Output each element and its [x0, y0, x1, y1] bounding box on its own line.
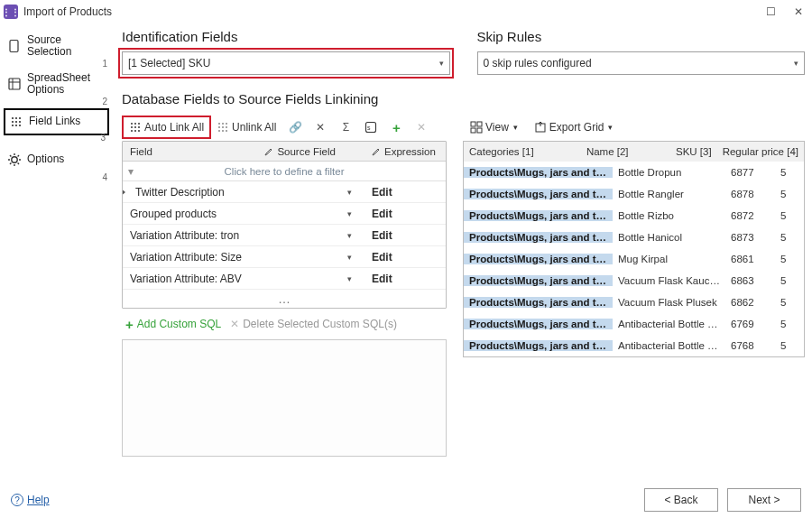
sidebar-item-field-links[interactable]: Field Links 3 — [4, 108, 109, 135]
source-field-cell[interactable]: ▾ — [260, 188, 364, 197]
svg-point-35 — [222, 126, 224, 128]
view-menu-button[interactable]: View▾ — [466, 119, 521, 135]
unlink-all-button[interactable]: Unlink All — [213, 119, 280, 135]
name-cell: Mug Kirpal — [613, 254, 725, 264]
field-row[interactable]: Variation Attribute: Size▾Edit — [123, 246, 446, 268]
field-row[interactable]: Twitter Description▾Edit — [123, 181, 446, 203]
sidebar-item-spreadsheet-options[interactable]: SpreadSheet Options 2 — [4, 70, 109, 97]
price-cell: 5 — [775, 167, 804, 178]
export-grid-button[interactable]: Export Grid▾ — [531, 119, 617, 135]
identification-fields-dropdown[interactable]: [1 Selected] SKU ▾ — [122, 51, 450, 75]
categories-cell: Products\Mugs, jars and thermos — [464, 232, 613, 243]
export-icon — [534, 121, 547, 134]
col-header-field[interactable]: Field — [123, 142, 257, 161]
filter-row[interactable]: ▾ Click here to define a filter — [123, 162, 446, 181]
custom-sql-area[interactable] — [122, 339, 447, 457]
identification-fields-title: Identification Fields — [122, 29, 450, 44]
help-link[interactable]: ?Help — [11, 494, 50, 506]
col-header-categories[interactable]: Categories [1] — [464, 142, 581, 162]
categories-cell: Products\Mugs, jars and thermos — [464, 319, 613, 329]
col-header-source[interactable]: Source Field — [257, 142, 364, 161]
expression-edit-cell[interactable]: Edit — [364, 186, 446, 199]
data-row[interactable]: Products\Mugs, jars and thermosAntibacte… — [464, 335, 804, 356]
source-field-cell[interactable]: ▾ — [257, 274, 364, 283]
preview-grid: Categories [1] Name [2] SKU [3] Regular … — [463, 141, 805, 357]
x-icon: ✕ — [415, 121, 428, 134]
chevron-down-icon: ▾ — [347, 188, 352, 197]
col-header-expression[interactable]: Expression — [364, 142, 446, 161]
expression-edit-cell[interactable]: Edit — [364, 229, 446, 242]
data-row[interactable]: Products\Mugs, jars and thermosBottle Dr… — [464, 162, 804, 183]
link-plus-icon: 🔗 — [289, 121, 301, 134]
remove-button[interactable]: ✕ — [411, 119, 431, 135]
next-button[interactable]: Next > — [727, 488, 801, 512]
data-row[interactable]: Products\Mugs, jars and thermosAntibacte… — [464, 313, 804, 335]
svg-rect-45 — [477, 128, 482, 133]
col-header-name[interactable]: Name [2] — [581, 142, 670, 162]
sql-button[interactable]: s — [361, 119, 381, 135]
data-row[interactable]: Products\Mugs, jars and thermosMug Kirpa… — [464, 248, 804, 270]
data-row[interactable]: Products\Mugs, jars and thermosBottle Ha… — [464, 227, 804, 248]
price-cell: 5 — [775, 275, 804, 286]
more-rows-indicator: … — [123, 291, 446, 308]
col-header-price[interactable]: Regular price [4] — [717, 142, 804, 162]
link-single-button[interactable]: 🔗 — [285, 119, 305, 135]
col-header-sku[interactable]: SKU [3] — [670, 142, 717, 162]
sum-button[interactable]: Σ — [336, 119, 355, 135]
unlink-single-button[interactable]: ✕ — [310, 119, 330, 135]
content-area: Identification Fields [1 Selected] SKU ▾… — [113, 23, 812, 482]
sidebar-item-label: SpreadSheet Options — [27, 72, 106, 96]
categories-cell: Products\Mugs, jars and thermos — [464, 340, 613, 351]
svg-point-36 — [226, 126, 227, 128]
window-maximize-button[interactable]: ☐ — [766, 5, 776, 18]
name-cell: Bottle Rangler — [613, 189, 725, 199]
data-row[interactable]: Products\Mugs, jars and thermosVacuum Fl… — [464, 291, 804, 313]
data-row[interactable]: Products\Mugs, jars and thermosBottle Ra… — [464, 183, 804, 205]
expression-edit-cell[interactable]: Edit — [364, 273, 446, 285]
svg-text:s: s — [367, 125, 371, 131]
data-row[interactable]: Products\Mugs, jars and thermosVacuum Fl… — [464, 270, 804, 291]
window-close-button[interactable]: ✕ — [794, 5, 803, 18]
auto-link-all-button[interactable]: Auto Link All — [125, 119, 208, 135]
unlink-all-label: Unlink All — [232, 121, 276, 134]
sku-cell: 6863 — [725, 275, 775, 286]
data-row[interactable]: Products\Mugs, jars and thermosBottle Ri… — [464, 205, 804, 227]
categories-cell: Products\Mugs, jars and thermos — [464, 189, 613, 199]
price-cell: 5 — [775, 340, 804, 351]
expression-edit-cell[interactable]: Edit — [364, 208, 446, 220]
sidebar-item-source-selection[interactable]: Source Selection 1 — [4, 32, 109, 60]
chevron-down-icon: ▾ — [347, 274, 352, 283]
categories-cell: Products\Mugs, jars and thermos — [464, 210, 613, 221]
field-row[interactable]: Variation Attribute: tron▾Edit — [123, 225, 446, 246]
expression-edit-cell[interactable]: Edit — [364, 251, 446, 264]
add-button[interactable]: + — [386, 119, 406, 135]
svg-point-6 — [19, 117, 21, 119]
skip-rules-dropdown[interactable]: 0 skip rules configured ▾ — [477, 51, 806, 75]
field-row[interactable]: Grouped products▾Edit — [123, 203, 446, 225]
chevron-down-icon: ▾ — [347, 231, 352, 240]
funnel-icon: ▾ — [128, 165, 134, 178]
source-field-cell[interactable]: ▾ — [257, 253, 364, 262]
categories-cell: Products\Mugs, jars and thermos — [464, 167, 613, 178]
back-button[interactable]: < Back — [644, 488, 718, 512]
source-field-cell[interactable]: ▾ — [257, 209, 364, 218]
link-grid-icon — [9, 115, 23, 129]
chevron-down-icon: ▾ — [347, 253, 352, 262]
svg-point-5 — [15, 117, 17, 119]
sku-cell: 6873 — [725, 232, 775, 243]
svg-point-23 — [134, 123, 136, 125]
linking-section-title: Database Fields to Source Fields Linkini… — [122, 91, 805, 106]
svg-point-39 — [226, 130, 227, 132]
price-cell: 5 — [775, 254, 804, 264]
add-custom-sql-button[interactable]: +Add Custom SQL — [125, 317, 221, 332]
svg-point-24 — [138, 123, 140, 125]
sidebar-item-options[interactable]: Options 4 — [4, 146, 109, 173]
grid-dots-icon — [129, 121, 142, 134]
field-row[interactable]: Variation Attribute: ABV▾Edit — [123, 268, 446, 290]
delete-custom-sql-button[interactable]: ✕Delete Selected Custom SQL(s) — [230, 318, 397, 330]
sidebar-item-label: Field Links — [29, 116, 104, 127]
source-field-cell[interactable]: ▾ — [257, 231, 364, 240]
svg-rect-43 — [477, 122, 482, 126]
svg-rect-42 — [471, 122, 475, 126]
plus-icon: + — [125, 317, 134, 332]
